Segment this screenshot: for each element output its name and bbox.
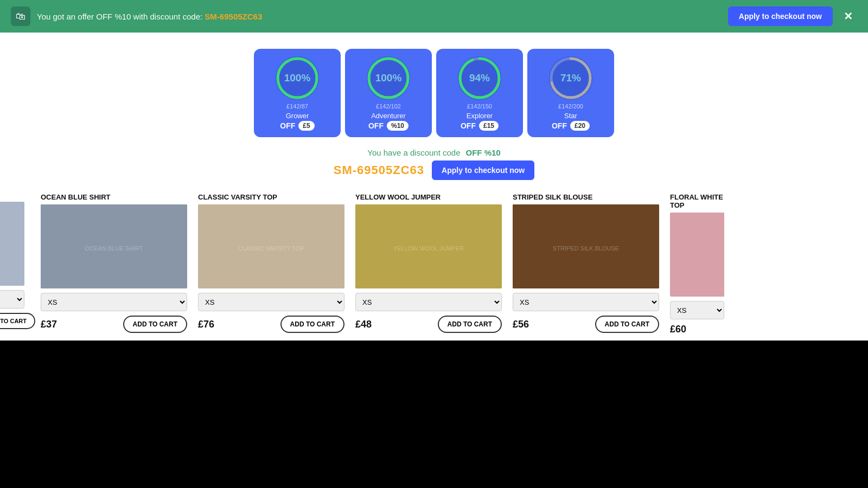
tier-card-adventurer: 100% £142/102 Adventurer OFF %10 [345, 49, 432, 137]
product-size-select-floral-partial[interactable]: XS [670, 301, 724, 319]
product-price-classic-varsity-top: £76 [198, 319, 214, 330]
tier-name-grower: Grower [286, 112, 309, 120]
product-title-classic-varsity-top: CLASSIC VARSITY TOP [198, 189, 344, 204]
product-image-yellow-wool-jumper: YELLOW WOOL JUMPER [355, 204, 502, 288]
tier-off-row-star: OFF £20 [552, 121, 590, 131]
discount-off-text: OFF %10 [466, 148, 501, 157]
product-card-partial-right: FLORAL WHITE TOP XS £60 [665, 189, 724, 341]
product-price-ocean-blue-shirt: £37 [41, 319, 57, 330]
tier-circle-star: 71% [549, 56, 592, 100]
tier-circle-explorer: 94% [458, 56, 501, 100]
tier-name-explorer: Explorer [467, 112, 493, 120]
tier-off-row-explorer: OFF £15 [461, 121, 499, 131]
product-card-striped-silk-blouse: STRIPED SILK BLOUSE STRIPED SILK BLOUSE … [507, 189, 665, 341]
tier-card-explorer: 94% £142/150 Explorer OFF £15 [436, 49, 523, 137]
product-title-yellow-wool-jumper: YELLOW WOOL JUMPER [355, 189, 502, 204]
product-bottom-row-striped-silk-blouse: £56 ADD TO CART [513, 316, 659, 333]
tier-percent-adventurer: 100% [375, 72, 402, 84]
tier-card-star: 71% £142/200 Star OFF £20 [527, 49, 614, 137]
banner-close-button[interactable]: ✕ [839, 8, 857, 25]
product-bottom-row-floral-partial: £60 [670, 324, 724, 335]
banner-apply-button[interactable]: Apply to checkout now [728, 7, 833, 26]
discount-code-value: SM-69505ZC63 [334, 163, 424, 177]
tier-cards-container: 100% £142/87 Grower OFF £5 100% £142/102… [0, 43, 868, 143]
tier-amount-star: £142/200 [558, 103, 583, 110]
tier-name-star: Star [564, 112, 577, 120]
tier-percent-grower: 100% [284, 72, 311, 84]
product-image-striped-silk-blouse: STRIPED SILK BLOUSE [513, 204, 659, 288]
partial-add-to-cart[interactable]: ADD TO CART [0, 313, 35, 329]
products-section: XS ADD TO CART OCEAN BLUE SHIRT OCEAN BL… [0, 189, 868, 341]
product-title-floral-partial: FLORAL WHITE TOP [670, 189, 724, 213]
product-price-striped-silk-blouse: £56 [513, 319, 529, 330]
product-size-select-ocean-blue-shirt[interactable]: XSSMLXL [41, 293, 187, 311]
tier-amount-adventurer: £142/102 [376, 103, 401, 110]
tier-off-label-adventurer: OFF [368, 121, 384, 130]
add-to-cart-button-striped-silk-blouse[interactable]: ADD TO CART [595, 316, 659, 333]
tier-percent-explorer: 94% [469, 72, 490, 84]
tier-off-badge-star: £20 [570, 121, 590, 131]
product-size-select-striped-silk-blouse[interactable]: XSSMLXL [513, 293, 659, 311]
svg-text:STRIPED SILK BLOUSE: STRIPED SILK BLOUSE [553, 245, 619, 252]
promo-banner: 🛍 You got an offer OFF %10 with discount… [0, 0, 868, 33]
tier-off-badge-explorer: £15 [479, 121, 499, 131]
product-title-ocean-blue-shirt: OCEAN BLUE SHIRT [41, 189, 187, 204]
discount-code-row: SM-69505ZC63 Apply to checkout now [334, 160, 535, 180]
tier-percent-star: 71% [560, 72, 581, 84]
tier-off-label-grower: OFF [280, 121, 295, 130]
tier-amount-grower: £142/87 [286, 103, 308, 110]
banner-text: You got an offer OFF %10 with discount c… [37, 12, 722, 21]
discount-top-row: You have a discount code OFF %10 [367, 148, 500, 157]
tier-off-label-explorer: OFF [461, 121, 476, 130]
discount-label: You have a discount code [367, 148, 460, 157]
svg-text:YELLOW WOOL JUMPER: YELLOW WOOL JUMPER [393, 245, 464, 252]
product-card-ocean-blue-shirt: OCEAN BLUE SHIRT OCEAN BLUE SHIRT XSSMLX… [35, 189, 193, 341]
product-card-classic-varsity-top: CLASSIC VARSITY TOP CLASSIC VARSITY TOP … [193, 189, 350, 341]
add-to-cart-button-yellow-wool-jumper[interactable]: ADD TO CART [438, 316, 502, 333]
main-content: 100% £142/87 Grower OFF £5 100% £142/102… [0, 33, 868, 341]
product-price-floral-partial: £60 [670, 324, 686, 335]
product-price-yellow-wool-jumper: £48 [355, 319, 372, 330]
product-title-striped-silk-blouse: STRIPED SILK BLOUSE [513, 189, 659, 204]
tier-card-grower: 100% £142/87 Grower OFF £5 [254, 49, 341, 137]
svg-text:CLASSIC VARSITY TOP: CLASSIC VARSITY TOP [238, 245, 304, 252]
tier-off-row-adventurer: OFF %10 [368, 121, 409, 131]
banner-text-prefix: You got an offer OFF %10 with discount c… [37, 12, 205, 21]
banner-icon: 🛍 [11, 7, 30, 26]
add-to-cart-button-ocean-blue-shirt[interactable]: ADD TO CART [123, 316, 187, 333]
svg-text:OCEAN BLUE SHIRT: OCEAN BLUE SHIRT [85, 245, 143, 252]
tier-off-badge-grower: £5 [298, 121, 314, 131]
tier-off-label-star: OFF [552, 121, 567, 130]
banner-discount-code: SM-69505ZC63 [205, 12, 262, 21]
tier-circle-adventurer: 100% [367, 56, 410, 100]
tier-name-adventurer: Adventurer [371, 112, 406, 120]
product-bottom-row-yellow-wool-jumper: £48 ADD TO CART [355, 316, 502, 333]
product-size-select-classic-varsity-top[interactable]: XSSMLXL [198, 293, 344, 311]
tier-off-row-grower: OFF £5 [280, 121, 314, 131]
tier-circle-grower: 100% [276, 56, 319, 100]
product-size-select-yellow-wool-jumper[interactable]: XSSMLXL [355, 293, 502, 311]
product-bottom-row-classic-varsity-top: £76 ADD TO CART [198, 316, 344, 333]
partial-size-select[interactable]: XS [0, 290, 24, 309]
product-bottom-row-ocean-blue-shirt: £37 ADD TO CART [41, 316, 187, 333]
product-image-ocean-blue-shirt: OCEAN BLUE SHIRT [41, 204, 187, 288]
add-to-cart-button-classic-varsity-top[interactable]: ADD TO CART [280, 316, 344, 333]
product-card-yellow-wool-jumper: YELLOW WOOL JUMPER YELLOW WOOL JUMPER XS… [350, 189, 507, 341]
discount-section: You have a discount code OFF %10 SM-6950… [0, 143, 868, 189]
bottom-bar [0, 341, 868, 384]
product-image-classic-varsity-top: CLASSIC VARSITY TOP [198, 204, 344, 288]
product-image-floral-partial [670, 213, 724, 297]
tier-amount-explorer: £142/150 [467, 103, 492, 110]
discount-apply-button[interactable]: Apply to checkout now [432, 160, 534, 180]
tier-off-badge-adventurer: %10 [387, 121, 409, 131]
product-card-partial-left: XS ADD TO CART [0, 189, 35, 341]
